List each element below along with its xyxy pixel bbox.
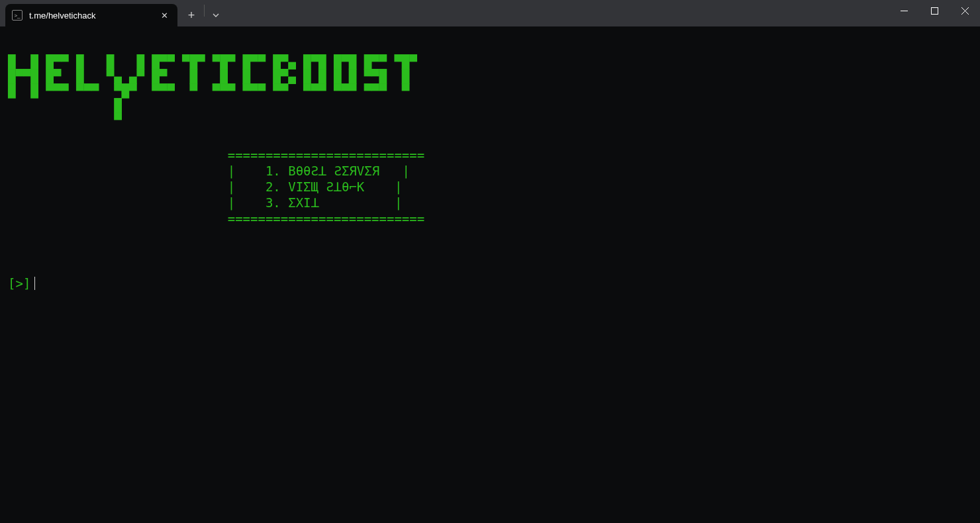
menu-border-top: ========================== bbox=[8, 148, 424, 162]
svg-rect-0 bbox=[931, 7, 938, 14]
minimize-icon bbox=[901, 7, 908, 15]
new-tab-button[interactable]: + bbox=[180, 4, 203, 26]
window-controls bbox=[889, 0, 980, 21]
ascii-banner: █ █ █▀▀ █ █ █ █▀▀ ▀█▀ ▀█▀ █▀▀ █▀▄ █▀█ █▀… bbox=[8, 54, 972, 127]
tab-close-button[interactable]: ✕ bbox=[159, 11, 170, 21]
maximize-button[interactable] bbox=[919, 0, 950, 21]
menu-item-2: | 2. VIΣЩ Ƨꓕθ⌐K | bbox=[8, 179, 402, 194]
minimize-button[interactable] bbox=[889, 0, 919, 21]
menu-border-bottom: ========================== bbox=[8, 211, 424, 226]
close-icon bbox=[961, 7, 969, 15]
prompt-line[interactable]: [>] bbox=[8, 275, 972, 291]
terminal-icon bbox=[12, 10, 23, 21]
close-button[interactable] bbox=[950, 0, 980, 21]
tab-dropdown-button[interactable] bbox=[206, 4, 226, 26]
menu-item-1: | 1. BθθƧꓕ ƧΣЯVΣЯ | bbox=[8, 164, 410, 178]
maximize-icon bbox=[931, 7, 938, 15]
menu-box: ========================== | 1. BθθƧꓕ ƧΣ… bbox=[8, 147, 972, 226]
tab-title: t.me/helvetichack bbox=[29, 11, 95, 21]
tab-active[interactable]: t.me/helvetichack ✕ bbox=[5, 4, 177, 26]
chevron-down-icon bbox=[212, 11, 220, 19]
terminal-viewport[interactable]: █ █ █▀▀ █ █ █ █▀▀ ▀█▀ ▀█▀ █▀▀ █▀▄ █▀█ █▀… bbox=[0, 26, 980, 523]
cursor bbox=[34, 277, 35, 290]
titlebar: t.me/helvetichack ✕ + bbox=[0, 0, 980, 26]
prompt-symbol: [>] bbox=[8, 275, 30, 291]
menu-item-3: | 3. ΣXIꓕ | bbox=[8, 195, 402, 210]
tab-divider bbox=[204, 5, 205, 17]
